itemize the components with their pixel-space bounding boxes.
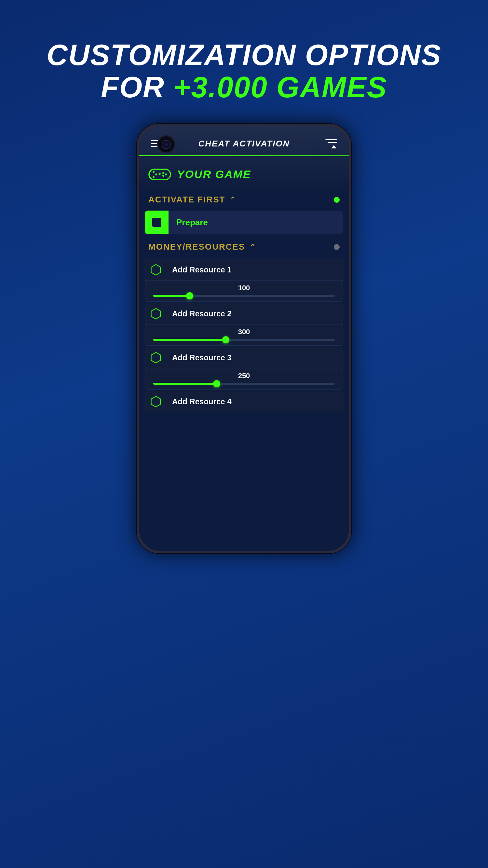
resource-row-1: Add Resource 1 (145, 259, 343, 281)
hex-icon-1 (150, 264, 162, 276)
svg-marker-11 (151, 352, 161, 363)
resource-row-4: Add Resource 4 (145, 391, 343, 412)
svg-point-4 (162, 172, 164, 174)
hex-icon-4 (150, 396, 162, 407)
resource-item-1: Add Resource 1 100 (145, 259, 343, 302)
svg-point-2 (153, 171, 155, 173)
phone-screen: CHEAT ACTIVATION (139, 126, 349, 551)
money-section-header: MONEY/RESOURCES ⌃ (139, 236, 349, 258)
activate-label: ACTIVATE FIRST ⌃ (148, 195, 236, 205)
prepare-square-icon (152, 218, 161, 227)
app-title: CHEAT ACTIVATION (198, 138, 290, 149)
resource-item-2: Add Resource 2 300 (145, 303, 343, 346)
phone-outer: CHEAT ACTIVATION (137, 124, 351, 553)
slider-fill-1 (153, 295, 190, 297)
activate-status-dot (334, 197, 340, 203)
slider-fill-2 (153, 339, 226, 341)
resource-icon-box-2 (145, 303, 166, 324)
slider-track-1[interactable] (153, 295, 335, 297)
money-status-dot (334, 244, 340, 250)
green-divider (139, 155, 349, 156)
prepare-row[interactable]: Prepare (145, 211, 343, 234)
resource-item-4: Add Resource 4 (145, 391, 343, 412)
camera-notch (157, 135, 175, 153)
resource-row-3: Add Resource 3 (145, 347, 343, 368)
slider-thumb-1[interactable] (186, 292, 193, 300)
slider-track-2[interactable] (153, 339, 335, 341)
slider-track-3[interactable] (153, 383, 335, 385)
svg-point-5 (165, 174, 167, 176)
resource-row-2: Add Resource 2 (145, 303, 343, 324)
slider-fill-3 (153, 383, 217, 385)
svg-point-3 (153, 176, 155, 178)
activate-section-header: ACTIVATE FIRST ⌃ (139, 189, 349, 211)
game-label-row: YOUR GAME (139, 163, 349, 189)
resource-icon-box-1 (145, 259, 166, 280)
hero-section: CUSTOMIZATION OPTIONS FOR +3.000 GAMES (0, 0, 488, 123)
prepare-icon-box (145, 211, 168, 234)
resource-name-3: Add Resource 3 (166, 353, 237, 362)
slider-thumb-2[interactable] (222, 336, 229, 343)
hex-icon-2 (150, 308, 162, 319)
hero-line2-green: +3.000 GAMES (173, 71, 387, 103)
slider-value-1: 100 (153, 284, 335, 292)
resource-icon-box-4 (145, 391, 166, 412)
camera-lens (162, 140, 171, 149)
phone-mockup: CHEAT ACTIVATION (137, 124, 351, 840)
resource-name-1: Add Resource 1 (166, 265, 237, 274)
slider-thumb-3[interactable] (213, 380, 220, 387)
resource-name-4: Add Resource 4 (166, 397, 237, 406)
hero-line1: CUSTOMIZATION OPTIONS (46, 39, 442, 71)
slider-value-2: 300 (153, 328, 335, 336)
resource-item-3: Add Resource 3 250 (145, 347, 343, 390)
slider-row-2: 300 (145, 324, 343, 345)
hero-line2-prefix: FOR (101, 71, 173, 103)
svg-rect-8 (159, 173, 160, 176)
game-label-text: YOUR GAME (177, 168, 251, 181)
hero-title: CUSTOMIZATION OPTIONS FOR +3.000 GAMES (0, 39, 488, 103)
hex-icon-3 (150, 352, 162, 364)
controller-icon (148, 166, 171, 182)
svg-marker-12 (151, 396, 161, 407)
slider-row-1: 100 (145, 281, 343, 301)
activate-chevron-icon[interactable]: ⌃ (230, 195, 236, 204)
slider-row-3: 250 (145, 368, 343, 389)
money-chevron-icon[interactable]: ⌃ (250, 243, 256, 251)
svg-marker-9 (151, 265, 161, 275)
svg-marker-10 (151, 309, 161, 319)
money-label: MONEY/RESOURCES ⌃ (148, 242, 256, 252)
sort-chevron-icon (331, 145, 336, 148)
resource-name-2: Add Resource 2 (166, 309, 237, 318)
prepare-label: Prepare (168, 217, 216, 227)
sort-icon[interactable] (325, 139, 337, 148)
resource-icon-box-3 (145, 347, 166, 368)
svg-point-1 (155, 174, 157, 176)
slider-value-3: 250 (153, 372, 335, 380)
svg-point-6 (162, 175, 164, 177)
